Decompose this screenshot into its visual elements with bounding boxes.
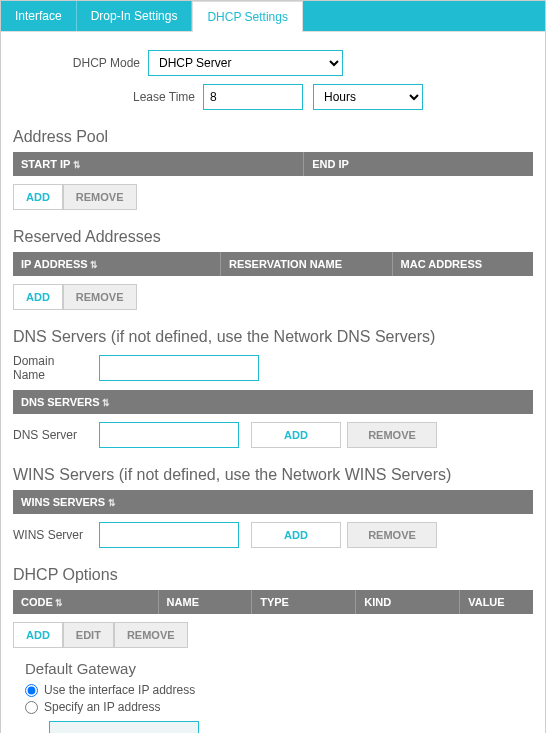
lease-time-input[interactable] [203,84,303,110]
gateway-use-interface-row[interactable]: Use the interface IP address [25,683,533,697]
options-add-button[interactable]: ADD [13,622,63,648]
default-gateway-title: Default Gateway [25,660,533,677]
wins-title: WINS Servers (if not defined, use the Ne… [13,466,533,484]
wins-servers-header[interactable]: WINS SERVERS [13,490,533,514]
dns-remove-button[interactable]: REMOVE [347,422,437,448]
col-kind: KIND [356,590,460,614]
reserved-header: IP ADDRESS RESERVATION NAME MAC ADDRESS [13,252,533,276]
col-start-ip[interactable]: START IP [13,152,304,176]
gateway-specify-label: Specify an IP address [44,700,161,714]
wins-add-button[interactable]: ADD [251,522,341,548]
gateway-use-interface-radio[interactable] [25,684,38,697]
address-pool-add-button[interactable]: ADD [13,184,63,210]
col-name: NAME [159,590,253,614]
reserved-add-button[interactable]: ADD [13,284,63,310]
dns-servers-header-row: DNS SERVERS [13,390,533,414]
options-remove-button[interactable]: REMOVE [114,622,188,648]
gateway-specify-row[interactable]: Specify an IP address [25,700,533,714]
gateway-ip-input[interactable] [49,721,199,733]
tab-bar: Interface Drop-In Settings DHCP Settings [1,1,545,32]
domain-name-label: Domain Name [13,354,93,382]
options-header: CODE NAME TYPE KIND VALUE [13,590,533,614]
dns-title: DNS Servers (if not defined, use the Net… [13,328,533,346]
dns-add-button[interactable]: ADD [251,422,341,448]
dns-servers-header[interactable]: DNS SERVERS [13,390,533,414]
reserved-title: Reserved Addresses [13,228,533,246]
dns-server-input[interactable] [99,422,239,448]
wins-remove-button[interactable]: REMOVE [347,522,437,548]
wins-server-input[interactable] [99,522,239,548]
col-ip-address[interactable]: IP ADDRESS [13,252,221,276]
domain-name-input[interactable] [99,355,259,381]
gateway-use-interface-label: Use the interface IP address [44,683,195,697]
col-end-ip: END IP [304,152,533,176]
gateway-specify-radio[interactable] [25,701,38,714]
col-mac-address: MAC ADDRESS [393,252,533,276]
tab-interface[interactable]: Interface [1,1,77,31]
address-pool-title: Address Pool [13,128,533,146]
col-type: TYPE [252,590,356,614]
dhcp-mode-label: DHCP Mode [13,56,148,70]
dhcp-mode-select[interactable]: DHCP Server [148,50,343,76]
tab-dropin-settings[interactable]: Drop-In Settings [77,1,193,31]
wins-server-label: WINS Server [13,528,93,542]
col-value: VALUE [460,590,533,614]
options-edit-button[interactable]: EDIT [63,622,114,648]
dhcp-options-title: DHCP Options [13,566,533,584]
content-area: DHCP Mode DHCP Server Lease Time Hours A… [1,32,545,733]
address-pool-remove-button[interactable]: REMOVE [63,184,137,210]
address-pool-header: START IP END IP [13,152,533,176]
reserved-remove-button[interactable]: REMOVE [63,284,137,310]
lease-time-label: Lease Time [123,90,203,104]
wins-servers-header-row: WINS SERVERS [13,490,533,514]
col-code[interactable]: CODE [13,590,159,614]
col-reservation-name: RESERVATION NAME [221,252,393,276]
lease-time-unit-select[interactable]: Hours [313,84,423,110]
dns-server-label: DNS Server [13,428,93,442]
tab-dhcp-settings[interactable]: DHCP Settings [192,1,302,32]
